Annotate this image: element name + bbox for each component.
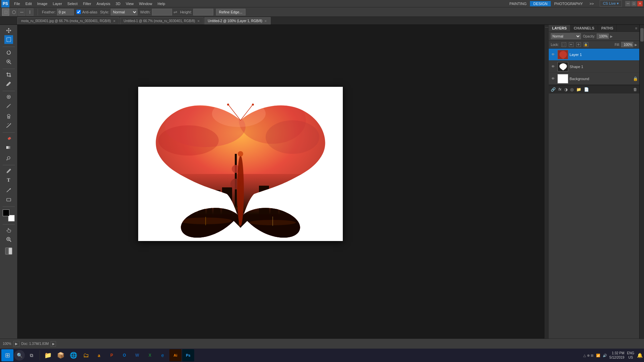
workspace-photography[interactable]: PHOTOGRAPHY: [551, 1, 586, 6]
layer1-visibility[interactable]: 👁: [550, 52, 556, 58]
background-visibility[interactable]: 👁: [550, 76, 556, 82]
height-input[interactable]: [193, 9, 213, 15]
scroll-up-arrow[interactable]: [640, 25, 644, 27]
menu-view[interactable]: View: [123, 1, 137, 6]
marquee-rect-option[interactable]: ⬚: [2, 8, 9, 16]
tab-paths[interactable]: PATHS: [598, 25, 617, 32]
marquee-single-row[interactable]: —: [18, 8, 25, 16]
tab-1[interactable]: Untitled-1 @ 66.7% (mota_ru_0030401, RGB…: [120, 17, 204, 24]
clone-tool[interactable]: [4, 112, 13, 121]
taskbar-ie[interactable]: e: [157, 349, 169, 361]
foreground-color[interactable]: [3, 209, 9, 216]
tab-0[interactable]: mota_ru_0030401.jpg @ 66.7% (mota_ru_003…: [17, 17, 119, 24]
history-brush-tool[interactable]: [4, 121, 13, 130]
marquee-ellipse-option[interactable]: ◯: [10, 8, 17, 16]
layer-item-background[interactable]: 👁 Background 🔒: [549, 73, 639, 85]
fx-icon[interactable]: fx: [558, 87, 561, 91]
system-time[interactable]: 1:32 PM 5/12/2019: [609, 351, 625, 360]
minimize-button[interactable]: ─: [625, 1, 631, 6]
eyedropper-tool[interactable]: [4, 79, 13, 88]
layers-scrollbar[interactable]: [639, 25, 644, 339]
antialias-checkbox[interactable]: [76, 10, 81, 14]
add-mask-icon[interactable]: ◑: [564, 87, 568, 92]
pen-tool[interactable]: [4, 167, 13, 175]
text-tool[interactable]: T: [4, 176, 13, 184]
taskbar-powerpoint[interactable]: P: [106, 349, 118, 361]
path-select-tool[interactable]: [4, 186, 13, 195]
menu-filter[interactable]: Filter: [80, 1, 94, 6]
quick-mask-tool[interactable]: [4, 247, 13, 255]
menu-help[interactable]: Help: [155, 1, 168, 6]
menu-window[interactable]: Window: [137, 1, 155, 6]
taskbar-file-explorer[interactable]: 📁: [42, 349, 54, 361]
menu-image[interactable]: Image: [35, 1, 50, 6]
panel-options-button[interactable]: ≡: [633, 25, 639, 32]
collapse-handle[interactable]: [545, 27, 548, 27]
opacity-arrow[interactable]: ▶: [610, 35, 613, 38]
menu-analysis[interactable]: Analysis: [94, 1, 113, 6]
taskbar-files[interactable]: 🗂: [80, 349, 92, 361]
marquee-tool[interactable]: [4, 35, 13, 44]
color-swatches[interactable]: [3, 209, 15, 222]
menu-edit[interactable]: Edit: [23, 1, 35, 6]
taskbar-amazon[interactable]: a: [93, 349, 105, 361]
taskbar-dropbox[interactable]: 📦: [55, 349, 67, 361]
zoom-options-button[interactable]: ▶: [13, 341, 19, 347]
lock-brush-icon[interactable]: ✏: [569, 42, 574, 47]
cs-live-button[interactable]: CS Live ▾: [600, 0, 622, 7]
tab-channels[interactable]: CHANNELS: [571, 25, 598, 32]
close-button[interactable]: ✕: [637, 1, 643, 6]
link-layers-icon[interactable]: 🔗: [551, 87, 556, 92]
blend-mode-select[interactable]: Normal Multiply Screen Overlay: [551, 33, 581, 39]
lock-all-icon[interactable]: 🔒: [584, 42, 588, 47]
feather-input[interactable]: [57, 9, 74, 15]
taskbar-illustrator[interactable]: Ai: [169, 349, 181, 361]
taskbar-outlook[interactable]: O: [118, 349, 130, 361]
crop-tool[interactable]: [4, 70, 13, 79]
refine-edge-button[interactable]: Refine Edge...: [216, 9, 246, 15]
menu-select[interactable]: Select: [65, 1, 80, 6]
gradient-tool[interactable]: [4, 143, 13, 152]
lasso-tool[interactable]: [4, 48, 13, 57]
taskbar-excel[interactable]: X: [144, 349, 156, 361]
tab-2[interactable]: Untitled-2 @ 100% (Layer 1, RGB/8) ✕: [204, 17, 271, 24]
tab-0-close[interactable]: ✕: [113, 19, 116, 23]
lock-transparent-icon[interactable]: ⬚: [561, 42, 566, 47]
start-button[interactable]: ⊞: [1, 349, 13, 361]
brush-tool[interactable]: [4, 102, 13, 110]
marquee-single-col[interactable]: |: [26, 8, 34, 16]
move-tool[interactable]: [4, 26, 13, 35]
tab-1-close[interactable]: ✕: [197, 19, 200, 23]
opacity-input[interactable]: [597, 34, 609, 39]
eraser-tool[interactable]: [4, 134, 13, 143]
dodge-tool[interactable]: [4, 154, 13, 162]
task-view-button[interactable]: ⧉: [25, 349, 38, 361]
width-input[interactable]: [152, 9, 172, 15]
taskbar-photoshop[interactable]: Ps: [182, 349, 194, 361]
spot-heal-tool[interactable]: [4, 93, 13, 101]
taskbar-chrome[interactable]: 🌐: [67, 349, 79, 361]
layer-item-layer1[interactable]: 👁 Layer 1: [549, 49, 639, 61]
delete-layer-icon[interactable]: 🗑: [633, 87, 637, 92]
shape-tool[interactable]: [4, 195, 13, 204]
add-group-icon[interactable]: 📁: [576, 87, 581, 92]
restore-button[interactable]: □: [631, 1, 637, 6]
scroll-thumb[interactable]: [640, 28, 644, 42]
fill-input[interactable]: [621, 42, 633, 47]
fill-arrow[interactable]: ▶: [635, 43, 637, 47]
lock-move-icon[interactable]: ✛: [576, 42, 581, 47]
shape1-visibility[interactable]: 👁: [550, 64, 556, 70]
style-select[interactable]: Normal Fixed Ratio Fixed Size: [111, 9, 138, 15]
zoom-tool[interactable]: [4, 235, 13, 244]
menu-layer[interactable]: Layer: [50, 1, 65, 6]
search-button[interactable]: 🔍: [14, 350, 25, 361]
tab-layers[interactable]: LAYERS: [549, 25, 571, 32]
quick-select-tool[interactable]: [4, 57, 13, 66]
workspace-expand[interactable]: >>: [586, 1, 597, 6]
add-adjustment-icon[interactable]: ◎: [570, 87, 574, 92]
workspace-design[interactable]: DESIGN: [530, 1, 551, 6]
swap-dimensions-icon[interactable]: ⇌: [173, 9, 177, 15]
doc-info-arrow[interactable]: ▶: [51, 341, 56, 347]
tab-2-close[interactable]: ✕: [264, 19, 267, 23]
layer-item-shape1[interactable]: 👁 Shape 1: [549, 61, 639, 73]
